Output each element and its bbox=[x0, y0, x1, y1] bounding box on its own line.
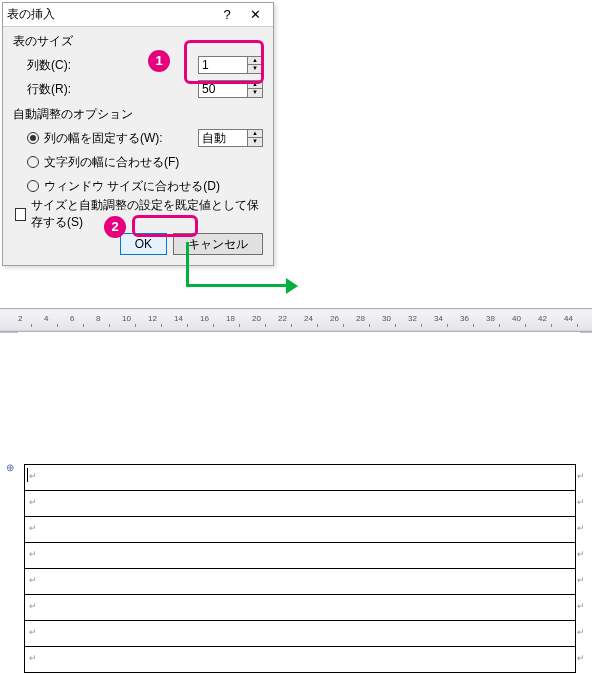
radio-content-row[interactable]: 文字列の幅に合わせる(F) bbox=[13, 151, 263, 173]
table-row[interactable]: ↵↵ bbox=[25, 517, 576, 543]
fixed-width-spinner: ▲ ▼ bbox=[198, 129, 263, 147]
ruler[interactable]: 2468101214161820222426283032343638404244 bbox=[0, 310, 592, 330]
ruler-tick: 34 bbox=[434, 314, 443, 323]
row-mark-icon: ↵ bbox=[577, 549, 585, 559]
fixed-up-icon[interactable]: ▲ bbox=[248, 130, 262, 138]
rows-input[interactable] bbox=[198, 80, 248, 98]
ruler-tick: 40 bbox=[512, 314, 521, 323]
fixed-down-icon[interactable]: ▼ bbox=[248, 138, 262, 146]
columns-input[interactable] bbox=[198, 56, 248, 74]
ruler-tick: 4 bbox=[44, 314, 48, 323]
arrow-segment-v bbox=[186, 242, 189, 284]
table-row[interactable]: ↵↵ bbox=[25, 621, 576, 647]
inserted-table[interactable]: ↵↵↵↵↵↵↵↵↵↵↵↵↵↵↵↵ bbox=[24, 464, 576, 673]
table-row[interactable]: ↵↵ bbox=[25, 647, 576, 673]
titlebar: 表の挿入 ? ✕ bbox=[3, 3, 273, 27]
ruler-tick: 14 bbox=[174, 314, 183, 323]
marker-2: 2 bbox=[104, 216, 126, 238]
table-row[interactable]: ↵↵ bbox=[25, 465, 576, 491]
button-row: OK キャンセル bbox=[13, 233, 263, 255]
dialog-title: 表の挿入 bbox=[7, 6, 213, 23]
table-row[interactable]: ↵↵ bbox=[25, 595, 576, 621]
cell-mark-icon: ↵ bbox=[29, 523, 37, 533]
radio-fixed-row[interactable]: 列の幅を固定する(W): ▲ ▼ bbox=[13, 127, 263, 149]
cell-mark-icon: ↵ bbox=[29, 601, 37, 611]
ruler-tick: 12 bbox=[148, 314, 157, 323]
row-mark-icon: ↵ bbox=[577, 523, 585, 533]
ruler-tick: 18 bbox=[226, 314, 235, 323]
ruler-tick: 32 bbox=[408, 314, 417, 323]
row-mark-icon: ↵ bbox=[577, 653, 585, 663]
arrow-head-icon bbox=[286, 278, 298, 294]
ruler-tick: 26 bbox=[330, 314, 339, 323]
table-anchor-icon[interactable] bbox=[6, 460, 16, 470]
columns-row: 列数(C): ▲ ▼ bbox=[13, 54, 263, 76]
cell-mark-icon: ↵ bbox=[29, 497, 37, 507]
save-default-row[interactable]: サイズと自動調整の設定を既定値として保存する(S) bbox=[13, 203, 263, 225]
help-button[interactable]: ? bbox=[213, 5, 241, 25]
ruler-tick: 20 bbox=[252, 314, 261, 323]
rows-up-icon[interactable]: ▲ bbox=[248, 81, 262, 89]
ruler-tick: 16 bbox=[200, 314, 209, 323]
row-mark-icon: ↵ bbox=[577, 497, 585, 507]
ruler-tick: 2 bbox=[18, 314, 22, 323]
columns-label: 列数(C): bbox=[13, 57, 123, 74]
insert-table-dialog: 表の挿入 ? ✕ 表のサイズ 列数(C): ▲ ▼ 行数(R): ▲ ▼ bbox=[2, 2, 274, 266]
radio-content-icon bbox=[27, 156, 39, 168]
ruler-tick: 10 bbox=[122, 314, 131, 323]
marker-1: 1 bbox=[148, 50, 170, 72]
rows-label: 行数(R): bbox=[13, 81, 123, 98]
ruler-tick: 8 bbox=[96, 314, 100, 323]
ok-button[interactable]: OK bbox=[120, 233, 167, 255]
close-button[interactable]: ✕ bbox=[241, 5, 269, 25]
rows-row: 行数(R): ▲ ▼ bbox=[13, 78, 263, 100]
row-mark-icon: ↵ bbox=[577, 575, 585, 585]
ruler-tick: 6 bbox=[70, 314, 74, 323]
radio-fixed-icon bbox=[27, 132, 39, 144]
cell-mark-icon: ↵ bbox=[29, 653, 37, 663]
radio-content-label: 文字列の幅に合わせる(F) bbox=[44, 154, 263, 171]
table-row[interactable]: ↵↵ bbox=[25, 543, 576, 569]
save-default-checkbox[interactable] bbox=[15, 208, 26, 221]
table-row[interactable]: ↵↵ bbox=[25, 491, 576, 517]
ruler-tick: 22 bbox=[278, 314, 287, 323]
arrow-segment-h bbox=[186, 284, 292, 287]
fixed-width-input[interactable] bbox=[198, 129, 248, 147]
cell-mark-icon: ↵ bbox=[29, 549, 37, 559]
ruler-tick: 44 bbox=[564, 314, 573, 323]
save-default-label: サイズと自動調整の設定を既定値として保存する(S) bbox=[31, 197, 263, 231]
ruler-tick: 38 bbox=[486, 314, 495, 323]
ruler-tick: 30 bbox=[382, 314, 391, 323]
rows-down-icon[interactable]: ▼ bbox=[248, 89, 262, 97]
dialog-content: 表のサイズ 列数(C): ▲ ▼ 行数(R): ▲ ▼ 自動調整のオプショ bbox=[3, 27, 273, 265]
cell-mark-icon: ↵ bbox=[29, 627, 37, 637]
autofit-section-label: 自動調整のオプション bbox=[13, 106, 263, 123]
ruler-tick: 24 bbox=[304, 314, 313, 323]
ruler-tick: 28 bbox=[356, 314, 365, 323]
radio-window-icon bbox=[27, 180, 39, 192]
radio-fixed-label: 列の幅を固定する(W): bbox=[44, 130, 198, 147]
columns-spinner: ▲ ▼ bbox=[198, 56, 263, 74]
row-mark-icon: ↵ bbox=[577, 471, 585, 481]
cell-mark-icon: ↵ bbox=[29, 575, 37, 585]
cell-mark-icon: ↵ bbox=[29, 471, 37, 481]
row-mark-icon: ↵ bbox=[577, 601, 585, 611]
ruler-tick: 42 bbox=[538, 314, 547, 323]
columns-down-icon[interactable]: ▼ bbox=[248, 65, 262, 73]
size-section-label: 表のサイズ bbox=[13, 33, 263, 50]
row-mark-icon: ↵ bbox=[577, 627, 585, 637]
radio-window-label: ウィンドウ サイズに合わせる(D) bbox=[44, 178, 263, 195]
ruler-tick: 36 bbox=[460, 314, 469, 323]
table-row[interactable]: ↵↵ bbox=[25, 569, 576, 595]
columns-up-icon[interactable]: ▲ bbox=[248, 57, 262, 65]
rows-spinner: ▲ ▼ bbox=[198, 80, 263, 98]
radio-window-row[interactable]: ウィンドウ サイズに合わせる(D) bbox=[13, 175, 263, 197]
